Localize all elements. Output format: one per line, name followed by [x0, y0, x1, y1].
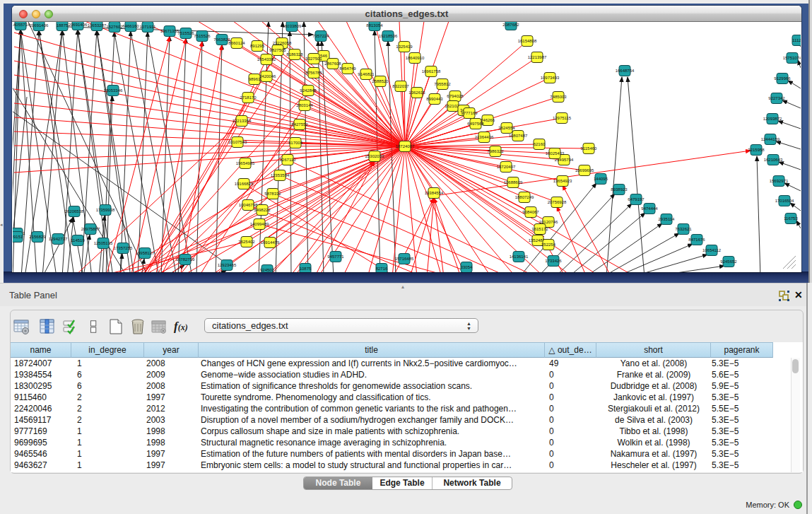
svg-text:10688609: 10688609 [504, 180, 523, 185]
svg-text:6794028: 6794028 [447, 94, 464, 98]
svg-text:7485003: 7485003 [550, 95, 567, 99]
svg-text:15692971: 15692971 [770, 179, 789, 183]
svg-text:17357255: 17357255 [114, 246, 133, 250]
svg-text:144095: 144095 [594, 177, 608, 181]
svg-text:14055714: 14055714 [13, 23, 30, 27]
svg-text:2087682: 2087682 [502, 23, 519, 27]
svg-text:6479197: 6479197 [628, 197, 645, 201]
svg-text:10107543: 10107543 [228, 140, 247, 144]
svg-text:9115460: 9115460 [581, 146, 598, 151]
svg-text:3215958: 3215958 [748, 148, 765, 152]
svg-text:1362615: 1362615 [408, 90, 425, 95]
svg-text:9146821: 9146821 [358, 72, 375, 76]
svg-text:9827505: 9827505 [269, 48, 286, 52]
svg-text:8186328: 8186328 [286, 52, 303, 57]
svg-text:16543382: 16543382 [257, 57, 276, 62]
svg-text:18807249: 18807249 [515, 195, 534, 199]
svg-text:13654923: 13654923 [553, 179, 572, 183]
svg-text:20975887: 20975887 [81, 227, 100, 231]
svg-text:3624554: 3624554 [498, 126, 515, 130]
svg-text:7357224: 7357224 [312, 34, 329, 38]
svg-text:10875: 10875 [300, 267, 312, 271]
svg-text:9457771: 9457771 [327, 255, 344, 259]
svg-text:8938923: 8938923 [611, 187, 628, 192]
svg-text:16033809: 16033809 [283, 24, 302, 28]
svg-text:417004: 417004 [288, 141, 303, 145]
svg-text:12213987: 12213987 [528, 55, 547, 59]
svg-text:12975115: 12975115 [553, 116, 572, 120]
svg-text:10654112: 10654112 [702, 248, 722, 252]
svg-text:15751074: 15751074 [783, 56, 801, 60]
svg-text:2935114: 2935114 [659, 217, 676, 221]
svg-text:19384554: 19384554 [425, 191, 444, 195]
svg-text:28053346: 28053346 [104, 88, 123, 93]
svg-text:16782759: 16782759 [176, 257, 195, 262]
svg-text:10973493: 10973493 [541, 76, 560, 80]
svg-text:16210643: 16210643 [764, 158, 783, 162]
svg-text:19218506: 19218506 [379, 34, 398, 38]
svg-text:7986322: 7986322 [487, 149, 504, 153]
svg-text:98961: 98961 [249, 77, 261, 81]
svg-text:7515526: 7515526 [177, 31, 194, 35]
svg-text:252254: 252254 [541, 243, 556, 247]
svg-text:9129966: 9129966 [774, 76, 791, 81]
svg-text:19166825: 19166825 [235, 182, 254, 186]
svg-text:2803144: 2803144 [296, 103, 313, 107]
svg-text:6466160: 6466160 [122, 24, 139, 28]
svg-text:8471676: 8471676 [688, 238, 705, 242]
svg-text:19654985: 19654985 [236, 161, 255, 165]
svg-text:10671355: 10671355 [160, 29, 180, 33]
svg-text:8660124: 8660124 [228, 41, 245, 45]
svg-text:82716: 82716 [376, 267, 388, 271]
svg-text:18724007: 18724007 [396, 144, 415, 148]
svg-text:7632621: 7632621 [675, 227, 692, 231]
svg-text:26206538: 26206538 [65, 209, 84, 214]
svg-text:9245652: 9245652 [720, 259, 737, 264]
svg-text:39151: 39151 [13, 235, 23, 239]
svg-text:17359938: 17359938 [96, 208, 115, 212]
svg-text:12942737: 12942737 [49, 237, 68, 241]
svg-text:10807487: 10807487 [509, 134, 528, 138]
svg-text:15716485: 15716485 [395, 257, 414, 261]
svg-text:116753: 116753 [784, 216, 798, 221]
svg-text:2867608: 2867608 [324, 62, 341, 66]
svg-text:7515526: 7515526 [194, 34, 211, 38]
svg-text:16914479: 16914479 [261, 240, 280, 245]
svg-text:2718170: 2718170 [240, 95, 257, 100]
svg-text:8813054: 8813054 [366, 23, 383, 28]
svg-text:5878332: 5878332 [264, 192, 281, 196]
svg-text:6497568: 6497568 [467, 122, 484, 126]
svg-text:8427552: 8427552 [291, 122, 308, 127]
svg-text:12213369: 12213369 [233, 119, 252, 123]
svg-text:1733426: 1733426 [545, 259, 562, 263]
svg-text:9474444: 9474444 [641, 206, 658, 211]
svg-text:10699695: 10699695 [575, 168, 594, 173]
svg-text:12923465: 12923465 [218, 263, 237, 267]
svg-text:18640910: 18640910 [406, 56, 425, 60]
svg-text:5498222: 5498222 [254, 208, 271, 212]
svg-text:33054: 33054 [461, 265, 473, 269]
svg-text:8990443: 8990443 [426, 97, 443, 101]
svg-text:18875: 18875 [57, 23, 69, 28]
svg-text:12093872: 12093872 [763, 117, 782, 121]
svg-text:924502: 924502 [260, 268, 275, 272]
svg-text:14136141: 14136141 [510, 255, 529, 259]
svg-text:2588520: 2588520 [372, 79, 389, 83]
svg-text:1615172: 1615172 [531, 227, 548, 231]
svg-text:16154808: 16154808 [518, 39, 537, 43]
svg-text:8454749: 8454749 [339, 66, 356, 71]
svg-text:11123: 11123 [792, 38, 801, 42]
svg-text:20691406: 20691406 [69, 23, 88, 27]
svg-text:12505135: 12505135 [94, 241, 113, 245]
svg-text:20691406: 20691406 [30, 23, 49, 28]
svg-text:62160: 62160 [534, 142, 546, 146]
svg-text:2156829: 2156829 [29, 235, 46, 239]
svg-text:891295: 891295 [250, 44, 265, 48]
svg-text:1071911: 1071911 [140, 25, 157, 29]
svg-text:17016504: 17016504 [775, 199, 794, 203]
svg-text:114519: 114519 [71, 238, 85, 243]
svg-text:21364436: 21364436 [475, 135, 494, 139]
svg-text:10046798: 10046798 [239, 203, 258, 207]
svg-text:9242848: 9242848 [300, 88, 317, 93]
svg-text:1325419: 1325419 [396, 45, 413, 49]
